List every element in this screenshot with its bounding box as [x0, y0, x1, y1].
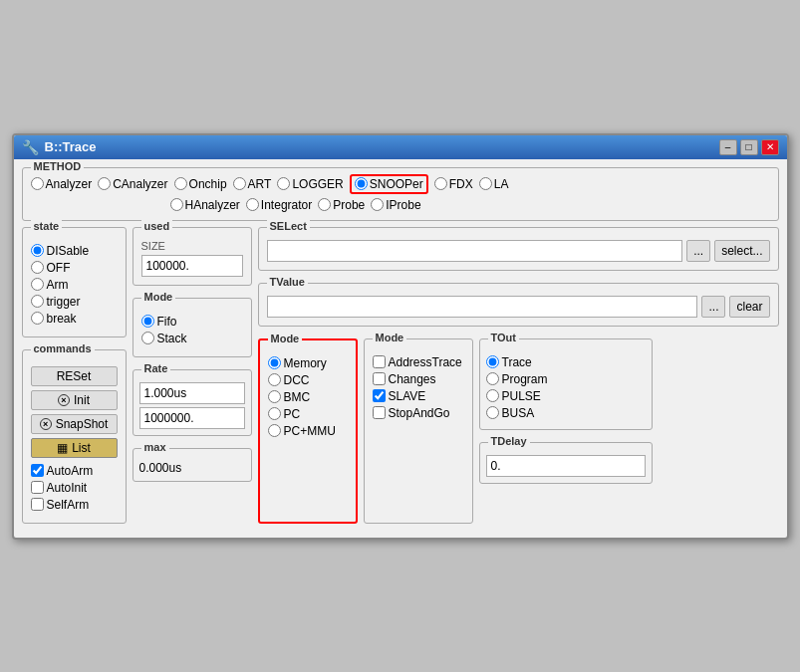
reset-button[interactable]: RESet: [31, 366, 118, 386]
state-off[interactable]: OFF: [31, 261, 118, 275]
analyzer-label: Analyzer: [46, 177, 93, 191]
rate-input2[interactable]: [139, 407, 245, 429]
tout-trace[interactable]: Trace: [486, 355, 646, 369]
state-options: DISable OFF Arm trigger: [31, 240, 118, 326]
tvalue-label: TValue: [267, 276, 308, 288]
commands-label: commands: [31, 342, 95, 354]
size-input[interactable]: [141, 255, 243, 277]
close-button[interactable]: ✕: [761, 139, 779, 155]
minimize-button[interactable]: –: [719, 139, 737, 155]
integrator-label: Integrator: [261, 198, 312, 212]
tout-busa[interactable]: BUSA: [486, 406, 646, 420]
main-area: state DISable OFF Arm: [22, 227, 779, 530]
autoarm-item[interactable]: AutoArm: [31, 464, 118, 478]
init-label: Init: [74, 393, 90, 407]
mode-addresstrace-label: AddressTrace: [389, 355, 462, 369]
iprobe-label: IProbe: [386, 198, 420, 212]
fdx-label: FDX: [449, 177, 473, 191]
method-hanalyzer[interactable]: HAnalyzer: [170, 198, 240, 212]
tdelay-input[interactable]: [486, 455, 646, 477]
title-bar: 🔧 B::Trace – □ ✕: [14, 135, 787, 159]
selfarm-checkbox[interactable]: [31, 498, 44, 511]
rate-group: Rate: [133, 369, 252, 436]
method-canalyzer[interactable]: CAnalyzer: [98, 177, 167, 191]
size-section: SIZE: [141, 240, 243, 277]
size-label: SIZE: [141, 240, 243, 252]
snapshot-label: SnapShot: [56, 417, 109, 431]
autoinit-label: AutoInit: [47, 481, 88, 495]
autoinit-item[interactable]: AutoInit: [31, 481, 118, 495]
state-arm[interactable]: Arm: [31, 278, 118, 292]
method-iprobe[interactable]: IProbe: [371, 198, 420, 212]
selfarm-label: SelfArm: [47, 498, 90, 512]
mode-middle-options: Memory DCC BMC: [268, 352, 348, 438]
mode-pc[interactable]: PC: [268, 407, 348, 421]
mode-memory[interactable]: Memory: [268, 356, 348, 370]
rate-input1[interactable]: [139, 382, 245, 404]
tvalue-input[interactable]: [267, 296, 698, 318]
list-button[interactable]: ▦ List: [31, 438, 118, 458]
state-arm-label: Arm: [47, 278, 69, 292]
tout-pulse[interactable]: PULSE: [486, 389, 646, 403]
maximize-button[interactable]: □: [740, 139, 758, 155]
mode-stopandgo-label: StopAndGo: [389, 406, 450, 420]
method-snooper[interactable]: SNOOPer: [355, 177, 423, 191]
select-input[interactable]: [267, 240, 683, 262]
mode-dcc[interactable]: DCC: [268, 373, 348, 387]
selfarm-item[interactable]: SelfArm: [31, 498, 118, 512]
method-row1: Analyzer CAnalyzer Onchip ART LOGGER: [31, 174, 770, 194]
tout-program-label: Program: [502, 372, 548, 386]
mode-pcmmu[interactable]: PC+MMU: [268, 424, 348, 438]
method-integrator[interactable]: Integrator: [246, 198, 312, 212]
mode-memory-label: Memory: [284, 356, 327, 370]
autoinit-checkbox[interactable]: [31, 481, 44, 494]
max-group: max 0.000us: [133, 448, 252, 482]
mode-addresstrace[interactable]: AddressTrace: [373, 355, 464, 369]
select-row: ... select...: [267, 240, 770, 262]
state-break[interactable]: break: [31, 312, 118, 326]
tdelay-group: TDelay: [479, 442, 653, 484]
tout-pulse-label: PULSE: [502, 389, 541, 403]
mode-left-label: Mode: [141, 291, 176, 303]
mode-slave-label: SLAVE: [389, 389, 426, 403]
method-analyzer[interactable]: Analyzer: [31, 177, 93, 191]
mode-slave[interactable]: SLAVE: [373, 389, 464, 403]
mode-stack-label: Stack: [157, 332, 187, 345]
method-fdx[interactable]: FDX: [434, 177, 473, 191]
max-label: max: [141, 441, 169, 453]
tvalue-browse-button[interactable]: ...: [701, 296, 725, 318]
window-title: B::Trace: [45, 139, 97, 154]
left-column: state DISable OFF Arm: [22, 227, 127, 530]
select-browse-button[interactable]: ...: [686, 240, 710, 262]
mode-stopandgo[interactable]: StopAndGo: [373, 406, 464, 420]
select-button[interactable]: select...: [714, 240, 769, 262]
autoarm-checkbox[interactable]: [31, 464, 44, 477]
tout-program[interactable]: Program: [486, 372, 646, 386]
snapshot-button[interactable]: × SnapShot: [31, 414, 118, 434]
mode-bmc[interactable]: BMC: [268, 390, 348, 404]
mode-changes-label: Changes: [389, 372, 436, 386]
method-onchip[interactable]: Onchip: [174, 177, 227, 191]
method-art[interactable]: ART: [233, 177, 272, 191]
logger-label: LOGGER: [292, 177, 343, 191]
mode-bmc-label: BMC: [284, 390, 311, 404]
state-disable[interactable]: DISable: [31, 244, 118, 258]
tvalue-row: ... clear: [267, 296, 770, 318]
main-window: 🔧 B::Trace – □ ✕ METHOD Analyzer CAnalyz…: [12, 133, 789, 540]
mode-fifo[interactable]: Fifo: [141, 315, 243, 329]
state-trigger[interactable]: trigger: [31, 295, 118, 309]
init-button[interactable]: × Init: [31, 390, 118, 410]
method-logger[interactable]: LOGGER: [277, 177, 343, 191]
method-la[interactable]: LA: [479, 177, 509, 191]
mode-middle-group: Mode Memory DCC: [258, 338, 358, 524]
command-checkboxes: AutoArm AutoInit SelfArm: [31, 464, 118, 512]
method-probe[interactable]: Probe: [318, 198, 365, 212]
snooper-label: SNOOPer: [370, 177, 423, 191]
window-content: METHOD Analyzer CAnalyzer Onchip ART: [14, 159, 787, 538]
title-buttons: – □ ✕: [719, 139, 779, 155]
list-label: List: [72, 441, 91, 455]
clear-button[interactable]: clear: [729, 296, 769, 318]
mode-stack[interactable]: Stack: [141, 332, 243, 345]
tout-options: Trace Program PULSE: [486, 351, 646, 420]
mode-changes[interactable]: Changes: [373, 372, 464, 386]
